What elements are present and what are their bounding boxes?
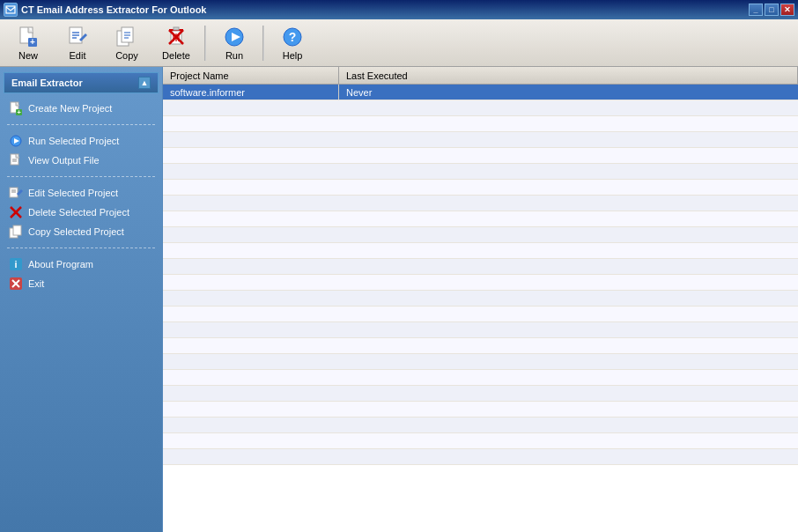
svg-text:i: i [14, 259, 17, 270]
table-row-empty-4 [163, 148, 798, 164]
view-output-file-label: View Output File [28, 155, 100, 166]
sidebar-item-view-output-file[interactable]: View Output File [0, 151, 162, 170]
svg-text:?: ? [289, 30, 297, 44]
title-bar-left: CT Email Address Extractor For Outlook [4, 3, 206, 17]
sidebar-section-create: + Create New Project [0, 95, 162, 122]
create-new-project-label: Create New Project [28, 103, 112, 114]
edit-sm-icon [9, 186, 23, 200]
main-layout: Email Extractor ▲ + Create New Project [0, 67, 798, 532]
sidebar-section-run: Run Selected Project View Output File [0, 128, 162, 174]
edit-button[interactable]: Edit [55, 23, 100, 63]
table-row-empty-7 [163, 196, 798, 211]
table-row-empty-12 [163, 275, 798, 291]
sidebar-item-edit-selected-project[interactable]: Edit Selected Project [0, 183, 162, 203]
table-row-empty-3 [163, 132, 798, 148]
sidebar-section-edit: Edit Selected Project Delete Selected Pr… [0, 180, 162, 245]
run-label: Run [225, 50, 243, 61]
sidebar-header: Email Extractor ▲ [4, 72, 159, 93]
table-row-empty-6 [163, 180, 798, 196]
copy-sm-icon [9, 225, 23, 239]
close-button[interactable]: ✕ [780, 4, 794, 16]
table-row-empty-16 [163, 338, 798, 354]
sidebar: Email Extractor ▲ + Create New Project [0, 67, 163, 532]
maximize-button[interactable]: □ [765, 4, 779, 16]
table-row-empty-5 [163, 164, 798, 180]
help-button[interactable]: ? Help [270, 23, 315, 63]
table-row-empty-8 [163, 211, 798, 227]
sidebar-section-about: i About Program Exit [0, 251, 162, 297]
file-icon [9, 153, 23, 167]
run-icon [222, 26, 247, 48]
app-icon [4, 3, 18, 17]
table-row[interactable]: software.informer Never [163, 85, 798, 100]
new-label: New [18, 50, 38, 61]
copy-selected-project-label: Copy Selected Project [28, 226, 124, 237]
run-sm-icon [9, 134, 23, 148]
svg-rect-16 [174, 27, 179, 30]
table-row-empty-18 [163, 370, 798, 386]
table-row-empty-20 [163, 402, 798, 417]
column-header-project-name: Project Name [163, 67, 339, 84]
run-selected-project-label: Run Selected Project [28, 136, 119, 146]
help-icon: ? [280, 26, 305, 48]
table-body: software.informer Never [163, 85, 798, 532]
new-icon: + [16, 26, 41, 48]
sidebar-item-about-program[interactable]: i About Program [0, 255, 162, 274]
table-row-empty-19 [163, 386, 798, 402]
column-header-last-executed: Last Executed [339, 67, 798, 84]
sidebar-item-copy-selected-project[interactable]: Copy Selected Project [0, 222, 162, 241]
table-row-empty-11 [163, 259, 798, 275]
svg-rect-41 [13, 225, 21, 235]
content-area: Project Name Last Executed software.info… [163, 67, 798, 532]
run-button[interactable]: Run [211, 23, 257, 63]
delete-button[interactable]: Delete [153, 23, 199, 63]
table-row-empty-13 [163, 291, 798, 307]
table-row-empty-10 [163, 243, 798, 259]
sidebar-collapse-button[interactable]: ▲ [138, 77, 151, 89]
svg-rect-0 [6, 6, 15, 13]
title-bar-text: CT Email Address Extractor For Outlook [21, 4, 206, 15]
about-icon: i [9, 257, 23, 271]
title-bar-controls[interactable]: _ □ ✕ [749, 4, 794, 16]
table-row-empty-15 [163, 322, 798, 338]
cell-last-executed: Never [339, 85, 798, 100]
edit-label: Edit [70, 50, 86, 61]
copy-icon [115, 26, 139, 48]
title-bar: CT Email Address Extractor For Outlook _… [0, 0, 798, 19]
sidebar-divider-3 [7, 248, 155, 248]
table-row-empty-2 [163, 116, 798, 132]
sidebar-item-run-selected-project[interactable]: Run Selected Project [0, 131, 162, 151]
delete-label: Delete [162, 50, 190, 61]
toolbar-separator2 [262, 26, 264, 61]
minimize-button[interactable]: _ [749, 4, 763, 16]
table-header: Project Name Last Executed [163, 67, 798, 85]
sidebar-item-delete-selected-project[interactable]: Delete Selected Project [0, 203, 162, 222]
cell-project-name: software.informer [163, 85, 339, 100]
svg-text:+: + [30, 37, 35, 47]
delete-selected-project-label: Delete Selected Project [28, 207, 129, 218]
svg-text:+: + [17, 108, 21, 115]
sidebar-item-create-new-project[interactable]: + Create New Project [0, 99, 162, 118]
about-program-label: About Program [28, 259, 93, 270]
delete-icon [164, 26, 188, 48]
sidebar-title: Email Extractor [11, 78, 83, 88]
document-new-icon: + [9, 101, 23, 115]
exit-icon [9, 277, 23, 291]
edit-icon [65, 26, 90, 48]
edit-selected-project-label: Edit Selected Project [28, 188, 118, 198]
table-row-empty-9 [163, 227, 798, 243]
table-row-empty-14 [163, 307, 798, 322]
sidebar-divider-1 [7, 124, 155, 125]
table-row-empty-17 [163, 354, 798, 370]
table-row-empty-22 [163, 433, 798, 449]
copy-button[interactable]: Copy [104, 23, 150, 63]
copy-label: Copy [115, 50, 138, 61]
sidebar-item-exit[interactable]: Exit [0, 274, 162, 293]
new-button[interactable]: + New [5, 23, 51, 63]
exit-label: Exit [28, 278, 44, 289]
toolbar-separator [204, 26, 206, 61]
table-row-empty-23 [163, 449, 798, 465]
table-row-empty-21 [163, 417, 798, 433]
table-row-empty-1 [163, 100, 798, 116]
toolbar: + New Edit Copy [0, 19, 798, 67]
